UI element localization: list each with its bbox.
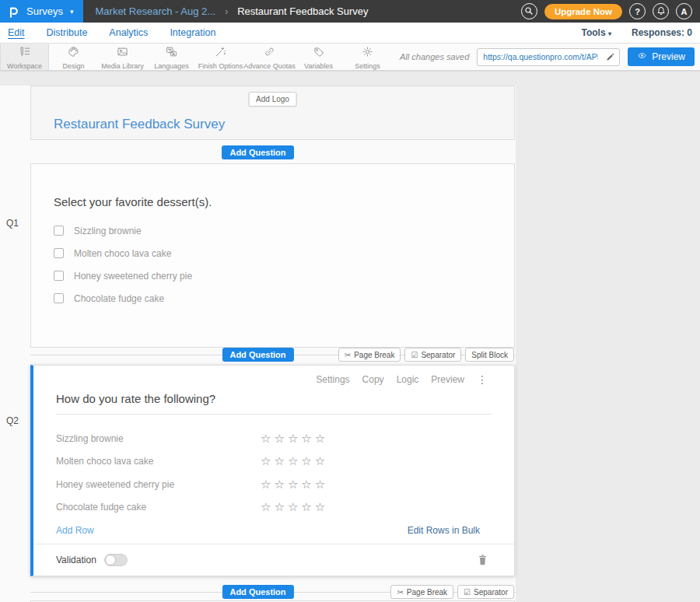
star-rating-group[interactable]: ☆☆☆☆☆ <box>261 432 328 446</box>
edit-rows-in-bulk-link[interactable]: Edit Rows in Bulk <box>408 525 480 536</box>
edit-link-pencil-icon[interactable] <box>601 53 619 61</box>
survey-link-box <box>477 48 620 66</box>
toolbar-tab-finish-options[interactable]: Finish Options <box>196 44 245 70</box>
more-options-icon[interactable]: ⋮ <box>477 374 488 385</box>
split-block-button[interactable]: Split Block <box>465 348 514 362</box>
search-icon <box>524 6 534 17</box>
question-mark-icon: ? <box>635 7 640 16</box>
q1-options: Sizzling brownie Molten choco lava cake … <box>54 219 492 310</box>
toolbar-tab-settings[interactable]: Settings <box>343 44 392 70</box>
surveys-menu[interactable]: Surveys ▾ <box>0 0 83 23</box>
separator-button[interactable]: ☑Separator <box>457 585 514 599</box>
delete-question-button[interactable] <box>477 553 488 566</box>
question-block-q1[interactable]: Select your favorite dessert(s). Sizzlin… <box>30 163 515 348</box>
autosave-status: All changes saved <box>400 52 469 61</box>
scissors-icon: ✂ <box>397 588 403 597</box>
star-rating-group[interactable]: ☆☆☆☆☆ <box>261 454 328 468</box>
add-logo-button[interactable]: Add Logo <box>248 92 297 107</box>
add-question-button[interactable]: Add Question <box>222 585 293 599</box>
rating-row-label[interactable]: Honey sweetened cherry pie <box>56 479 261 490</box>
rating-row: Honey sweetened cherry pie ☆☆☆☆☆ <box>33 473 514 496</box>
breadcrumb-folder[interactable]: Market Research - Aug 2... <box>96 5 216 17</box>
star-rating-group[interactable]: ☆☆☆☆☆ <box>261 478 328 492</box>
notifications-button[interactable] <box>653 3 669 19</box>
option-label[interactable]: Molten choco lava cake <box>74 248 171 259</box>
rating-row: Molten choco lava cake ☆☆☆☆☆ <box>33 450 514 474</box>
toolbar-tab-variables[interactable]: Variables <box>294 44 343 70</box>
rating-row-label[interactable]: Chocolate fudge cake <box>56 502 261 513</box>
chevron-down-icon: ▾ <box>608 30 611 37</box>
upgrade-now-button[interactable]: Upgrade Now <box>544 4 622 19</box>
checkbox[interactable] <box>54 226 64 236</box>
rating-row-label[interactable]: Sizzling brownie <box>56 433 261 444</box>
survey-column: Q1 Q2 Add Logo Restaurant Feedback Surve… <box>0 86 516 602</box>
preview-button[interactable]: Preview <box>628 47 695 66</box>
tools-menu[interactable]: Tools ▾ <box>582 27 611 38</box>
insert-question-top: Add Question <box>0 145 516 159</box>
toolbar-tab-label: Finish Options <box>198 62 243 70</box>
q2-footer: Validation <box>33 544 514 566</box>
toolbar-tab-label: Variables <box>304 62 333 70</box>
editor-toolbar: Workspace Design Media Library Languages… <box>0 44 700 71</box>
toggle-knob <box>105 555 116 565</box>
help-button[interactable]: ? <box>629 3 646 19</box>
checkbox[interactable] <box>54 293 64 303</box>
surveys-menu-label: Surveys <box>26 5 63 17</box>
insert-row-after-q2: Add Question ✂Page Break ☑Separator <box>0 585 516 599</box>
magic-wand-icon <box>215 46 226 61</box>
option-label[interactable]: Chocolate fudge cake <box>74 293 164 304</box>
validation-label: Validation <box>56 555 96 565</box>
questionpro-logo-icon <box>8 5 20 19</box>
toolbar-tab-label: Workspace <box>7 62 42 70</box>
toolbar-tab-label: Settings <box>355 62 380 70</box>
q2-settings-link[interactable]: Settings <box>316 374 349 385</box>
option-label[interactable]: Honey sweetened cherry pie <box>74 271 192 282</box>
question-number-q1: Q1 <box>6 218 19 229</box>
chevron-down-icon: ▾ <box>70 8 74 16</box>
tab-integration[interactable]: Integration <box>170 27 215 38</box>
responses-count[interactable]: Responses: 0 <box>632 27 692 38</box>
tab-edit[interactable]: Edit <box>8 27 25 38</box>
toolbar-tab-advance-quotas[interactable]: Advance Quotas <box>245 44 294 70</box>
tab-analytics[interactable]: Analytics <box>109 27 148 38</box>
rating-row-label[interactable]: Molten choco lava cake <box>56 456 261 467</box>
add-question-button[interactable]: Add Question <box>222 348 293 362</box>
page-break-button[interactable]: ✂Page Break <box>390 585 453 599</box>
toolbar-tab-workspace[interactable]: Workspace <box>0 44 49 70</box>
q2-links-row: Add Row Edit Rows in Bulk <box>33 525 514 536</box>
question-block-q2-selected[interactable]: Settings Copy Logic Preview ⋮ How do you… <box>30 365 515 576</box>
search-button[interactable] <box>521 3 537 19</box>
add-question-button[interactable]: Add Question <box>222 145 293 159</box>
q2-preview-link[interactable]: Preview <box>431 374 464 385</box>
translate-icon <box>166 46 177 61</box>
toolbar-tab-design[interactable]: Design <box>49 44 98 70</box>
add-row-link[interactable]: Add Row <box>56 525 94 536</box>
option-row: Sizzling brownie <box>54 219 492 242</box>
tab-distribute[interactable]: Distribute <box>47 27 88 38</box>
checkbox[interactable] <box>54 271 64 281</box>
account-avatar[interactable]: A <box>676 3 692 19</box>
survey-link-input[interactable] <box>478 52 601 61</box>
option-label[interactable]: Sizzling brownie <box>74 226 142 236</box>
q2-logic-link[interactable]: Logic <box>397 374 419 385</box>
page-break-button[interactable]: ✂Page Break <box>338 348 401 362</box>
toolbar-tab-languages[interactable]: Languages <box>147 44 196 70</box>
separator-icon: ☑ <box>411 351 418 359</box>
q1-question-text[interactable]: Select your favorite dessert(s). <box>54 195 492 208</box>
survey-header-card: Add Logo Restaurant Feedback Survey <box>30 86 515 140</box>
q2-question-text[interactable]: How do you rate the following? <box>56 392 492 414</box>
bell-icon <box>656 6 666 17</box>
breadcrumb-separator-icon: › <box>225 6 228 17</box>
editor-canvas: Q1 Q2 Add Logo Restaurant Feedback Surve… <box>0 71 700 602</box>
toolbar-tab-media-library[interactable]: Media Library <box>98 44 147 70</box>
survey-title[interactable]: Restaurant Feedback Survey <box>54 117 225 132</box>
star-rating-group[interactable]: ☆☆☆☆☆ <box>261 500 328 514</box>
toolbar-tab-label: Languages <box>154 62 189 70</box>
q2-copy-link[interactable]: Copy <box>362 374 384 385</box>
q2-rating-rows: Sizzling brownie ☆☆☆☆☆ Molten choco lava… <box>33 427 514 519</box>
chain-link-icon <box>264 46 275 61</box>
checkbox[interactable] <box>54 248 64 258</box>
validation-toggle[interactable] <box>104 554 128 566</box>
separator-icon: ☑ <box>464 588 471 597</box>
separator-button[interactable]: ☑Separator <box>404 348 461 362</box>
